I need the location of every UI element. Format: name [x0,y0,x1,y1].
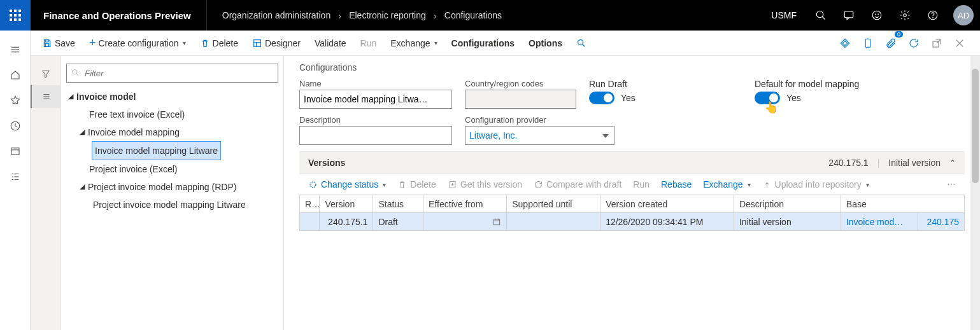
diamond-button[interactable] [835,33,855,53]
run-draft-label: Run Draft [589,79,742,89]
search-action-button[interactable] [570,31,593,56]
tree-node-invoice-model-mapping[interactable]: ◢Invoice model mapping [66,123,278,141]
messages-button[interactable] [835,0,863,31]
default-mapping-toggle[interactable] [755,92,780,104]
provider-label: Configuration provider [465,115,614,125]
breadcrumb-item[interactable]: Electronic reporting [349,10,426,20]
side-panel [31,56,61,330]
configurations-label: Configurations [451,38,515,48]
more-button[interactable]: ⋯ [947,179,956,189]
svg-rect-13 [11,148,19,155]
col-status[interactable]: Status [373,195,423,213]
designer-button[interactable]: Designer [246,31,307,56]
svg-point-3 [872,11,881,20]
versions-header[interactable]: Versions 240.175.1 | Initial version ⌃ [299,151,965,174]
col-effective[interactable]: Effective from [423,195,507,213]
breadcrumb-item[interactable]: Configurations [444,10,502,20]
validate-button[interactable]: Validate [308,31,353,56]
rebase-button[interactable]: Rebase [661,179,692,189]
nav-modules-button[interactable] [0,164,31,189]
col-created[interactable]: Version created [600,195,734,213]
top-bar: Finance and Operations Preview Organizat… [0,0,980,31]
chevron-up-icon[interactable]: ⌃ [949,158,956,167]
refresh-icon [908,38,920,49]
nav-recent-button[interactable] [0,113,31,139]
feedback-button[interactable] [863,0,891,31]
col-version[interactable]: Version [320,195,373,213]
col-supported[interactable]: Supported until [507,195,600,213]
company-label[interactable]: USMF [761,10,807,20]
search-icon [71,68,80,78]
tree-node-free-text-invoice[interactable]: Free text invoice (Excel) [66,106,278,123]
attachment-icon [885,38,897,49]
cell-base-ver[interactable]: 240.175 [918,213,965,231]
run-draft-value: Yes [621,93,636,103]
breadcrumb-item[interactable]: Organization administration [222,10,330,20]
col-base[interactable]: Base [841,195,964,213]
svg-line-1 [822,17,825,20]
popout-button[interactable] [927,33,947,53]
search-icon [815,10,827,21]
exchange-button[interactable]: Exchange▾ [384,31,443,56]
nav-favorites-button[interactable] [0,88,31,113]
change-status-button[interactable]: Change status▾ [308,179,386,189]
col-r[interactable]: R… [300,195,320,213]
grid-row[interactable]: 240.175.1 Draft 12/26/2020 09:34:41 PM I… [300,213,965,231]
col-description[interactable]: Description [734,195,841,213]
delete-label: Delete [213,38,238,48]
search-icon [576,38,586,48]
caret-icon: ◢ [78,123,87,141]
compare-icon [534,180,543,189]
help-button[interactable] [919,0,947,31]
avatar[interactable]: AD [953,5,974,25]
version-run-button: Run [633,179,650,189]
tree-node-invoice-model[interactable]: ◢Invoice model [66,88,278,106]
tree-node-project-invoice-excel[interactable]: Project invoice (Excel) [66,160,278,178]
versions-header-version: 240.175.1 [828,158,868,168]
filter-panel-button[interactable] [31,62,61,85]
search-button[interactable] [807,0,835,31]
description-input[interactable] [299,126,452,145]
svg-point-0 [816,11,823,18]
tree-node-project-invoice-mapping-rdp[interactable]: ◢Project invoice model mapping (RDP) [66,178,278,196]
navigation-rail [0,31,31,330]
tree-node-project-invoice-mapping-litware[interactable]: Project invoice model mapping Litware [66,196,278,214]
nav-workspaces-button[interactable] [0,139,31,164]
topbar-right: USMF AD [761,0,980,31]
refresh-button[interactable] [904,33,924,53]
version-exchange-button[interactable]: Exchange▾ [703,179,750,189]
calendar-icon [492,217,501,226]
configurations-tab[interactable]: Configurations [445,31,522,56]
cell-supported[interactable] [507,213,600,231]
provider-select[interactable]: Litware, Inc. [465,126,614,145]
cell-base-name[interactable]: Invoice mod… [841,213,918,231]
save-icon [42,38,52,48]
cell-effective[interactable] [423,213,507,231]
country-input[interactable] [465,90,576,109]
nav-hamburger-button[interactable] [0,37,31,62]
chat-icon [843,10,855,21]
svg-point-8 [933,17,934,18]
run-draft-toggle[interactable] [589,92,614,104]
tree-filter-input[interactable] [66,64,278,83]
close-button[interactable] [949,33,970,53]
save-button[interactable]: Save [36,31,82,56]
create-configuration-button[interactable]: + Create configuration ▾ [83,31,192,56]
delete-button[interactable]: Delete [194,31,245,56]
attachments-button[interactable]: 0 [881,33,901,53]
tree-node-invoice-model-mapping-litware[interactable]: Invoice model mapping Litware [66,141,278,160]
plus-icon: + [89,36,96,50]
name-input[interactable] [299,90,452,109]
open-new-button[interactable] [858,33,878,53]
help-icon [927,10,939,21]
scrollbar-thumb[interactable] [972,69,979,183]
list-panel-button[interactable] [31,85,61,108]
trash-icon [200,38,210,48]
options-tab[interactable]: Options [522,31,569,56]
versions-header-desc: Initial version [888,158,941,168]
settings-button[interactable] [891,0,919,31]
vertical-scrollbar[interactable] [970,56,980,330]
nav-home-button[interactable] [0,62,31,88]
app-launcher-button[interactable] [0,0,31,31]
svg-point-39 [310,182,316,188]
